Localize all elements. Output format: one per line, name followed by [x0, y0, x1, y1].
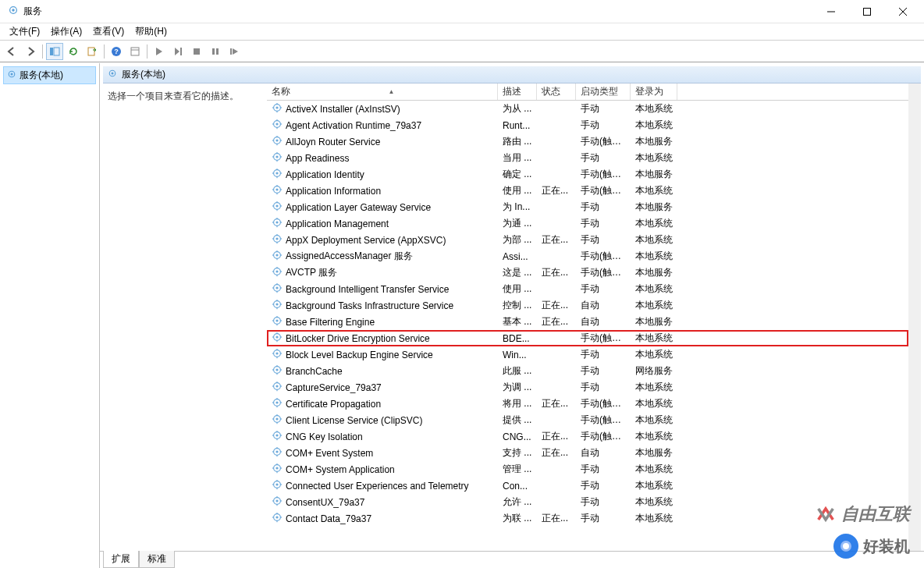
- column-state[interactable]: 状态: [537, 83, 576, 100]
- svg-point-131: [275, 401, 278, 403]
- cell-name: COM+ Event System: [267, 446, 498, 460]
- tree-node-services-local[interactable]: 服务(本地): [3, 66, 96, 84]
- cell-logon: 本地系统: [631, 381, 677, 394]
- svg-rect-17: [230, 48, 232, 55]
- start-service-button[interactable]: [151, 43, 168, 60]
- show-hide-tree-button[interactable]: [46, 43, 63, 60]
- services-rows[interactable]: ActiveX Installer (AxInstSV)为从 ...手动本地系统…: [267, 101, 908, 551]
- service-name: Application Management: [286, 218, 389, 229]
- gear-icon: [272, 233, 283, 247]
- gear-icon: [272, 119, 283, 132]
- table-row[interactable]: Application Management为通 ...手动本地系统: [267, 215, 908, 232]
- window-title: 服务: [23, 5, 42, 18]
- table-row[interactable]: ActiveX Installer (AxInstSV)为从 ...手动本地系统: [267, 101, 908, 117]
- table-row[interactable]: BranchCache此服 ...手动网络服务: [267, 363, 908, 379]
- table-row[interactable]: BitLocker Drive Encryption ServiceBDE...…: [267, 330, 908, 346]
- cell-startup: 手动: [576, 364, 631, 378]
- menu-file[interactable]: 文件(F): [5, 23, 44, 40]
- menu-help[interactable]: 帮助(H): [130, 23, 172, 40]
- table-row[interactable]: Background Tasks Infrastructure Service控…: [267, 297, 908, 314]
- cell-name: CaptureService_79a37: [267, 381, 498, 394]
- sort-asc-icon: ▲: [389, 88, 395, 95]
- cell-name: Application Layer Gateway Service: [267, 201, 498, 214]
- description-text: 选择一个项目来查看它的描述。: [108, 91, 239, 101]
- cell-logon: 本地服务: [631, 201, 677, 214]
- tree-pane[interactable]: 服务(本地): [0, 63, 100, 568]
- gear-icon: [272, 414, 283, 427]
- menu-action[interactable]: 操作(A): [46, 23, 87, 40]
- column-startup[interactable]: 启动类型: [576, 83, 631, 100]
- maximize-button[interactable]: [849, 0, 885, 23]
- forward-button[interactable]: [22, 43, 39, 60]
- service-name: Application Layer Gateway Service: [286, 202, 431, 213]
- table-row[interactable]: AllJoyn Router Service路由 ...手动(触发...本地服务: [267, 133, 908, 150]
- table-row[interactable]: COM+ System Application管理 ...手动本地系统: [267, 461, 908, 477]
- restart-service-button[interactable]: [226, 43, 243, 60]
- table-row[interactable]: ConsentUX_79a37允许 ...手动本地系统: [267, 494, 908, 510]
- close-button[interactable]: [885, 0, 921, 23]
- table-row[interactable]: Client License Service (ClipSVC)提供 ...手动…: [267, 412, 908, 428]
- table-row[interactable]: Application Layer Gateway Service为 In...…: [267, 199, 908, 215]
- table-row[interactable]: Block Level Backup Engine ServiceWin...手…: [267, 346, 908, 363]
- column-desc[interactable]: 描述: [498, 83, 537, 100]
- svg-rect-7: [54, 48, 59, 55]
- gear-icon: [272, 332, 283, 345]
- cell-startup: 自动: [576, 315, 631, 328]
- table-row[interactable]: CNG Key IsolationCNG...正在...手动(触发...本地系统: [267, 428, 908, 445]
- gear-icon: [272, 282, 283, 296]
- cell-desc: 基本 ...: [498, 315, 537, 328]
- table-row[interactable]: Agent Activation Runtime_79a37Runt...手动本…: [267, 117, 908, 133]
- cell-startup: 自动: [576, 446, 631, 460]
- cell-desc: Assi...: [498, 251, 537, 262]
- cell-logon: 本地系统: [631, 299, 677, 312]
- title-bar: 服务: [0, 0, 924, 23]
- menu-view[interactable]: 查看(V): [88, 23, 129, 40]
- cell-name: COM+ System Application: [267, 463, 498, 476]
- cell-name: Certificate Propagation: [267, 397, 498, 410]
- services-list[interactable]: 名称 ▲ 描述 状态 启动类型 登录为 ActiveX Installer (A…: [267, 83, 908, 551]
- table-row[interactable]: Base Filtering Engine基本 ...正在...自动本地服务: [267, 314, 908, 330]
- column-header[interactable]: 名称 ▲ 描述 状态 启动类型 登录为: [267, 83, 908, 101]
- pause-service-button[interactable]: [207, 43, 224, 60]
- table-row[interactable]: AVCTP 服务这是 ...正在...手动(触发...本地服务: [267, 264, 908, 281]
- table-row[interactable]: Connected User Experiences and Telemetry…: [267, 477, 908, 494]
- gear-icon: [7, 69, 16, 81]
- quick-start-button[interactable]: [169, 43, 187, 60]
- table-row[interactable]: CaptureService_79a37为调 ...手动本地系统: [267, 379, 908, 396]
- cell-name: AssignedAccessManager 服务: [267, 250, 498, 263]
- table-row[interactable]: AppX Deployment Service (AppXSVC)为部 ...正…: [267, 232, 908, 248]
- help-button[interactable]: ?: [108, 43, 125, 60]
- back-button[interactable]: [3, 43, 20, 60]
- cell-logon: 本地系统: [631, 102, 677, 115]
- table-row[interactable]: App Readiness当用 ...手动本地系统: [267, 150, 908, 166]
- table-row[interactable]: Application Identity确定 ...手动(触发...本地服务: [267, 166, 908, 183]
- table-row[interactable]: Certificate Propagation将用 ...正在...手动(触发.…: [267, 396, 908, 412]
- vertical-scrollbar[interactable]: [908, 83, 921, 551]
- cell-desc: Runt...: [498, 120, 537, 131]
- minimize-button[interactable]: [813, 0, 849, 23]
- table-row[interactable]: Application Information使用 ...正在...手动(触发.…: [267, 183, 908, 199]
- svg-point-113: [275, 352, 278, 354]
- export-button[interactable]: [84, 43, 101, 60]
- svg-point-35: [275, 139, 278, 141]
- table-row[interactable]: Background Intelligent Transfer Service使…: [267, 281, 908, 297]
- column-logon[interactable]: 登录为: [631, 83, 677, 100]
- service-name: ConsentUX_79a37: [286, 497, 364, 508]
- cell-desc: Win...: [498, 350, 537, 360]
- table-row[interactable]: Contact Data_79a37为联 ...正在...手动本地系统: [267, 510, 908, 527]
- cell-startup: 手动: [576, 479, 631, 492]
- refresh-button[interactable]: [65, 43, 82, 60]
- tab-extended[interactable]: 扩展: [103, 551, 139, 568]
- cell-logon: 网络服务: [631, 364, 677, 378]
- stop-service-button[interactable]: [188, 43, 205, 60]
- cell-name: Background Intelligent Transfer Service: [267, 282, 498, 296]
- svg-point-1: [12, 9, 15, 12]
- properties-button[interactable]: [126, 43, 144, 60]
- table-row[interactable]: AssignedAccessManager 服务Assi...手动(触发...本…: [267, 248, 908, 264]
- gear-icon: [272, 184, 283, 197]
- column-name[interactable]: 名称 ▲: [267, 83, 498, 100]
- tab-standard[interactable]: 标准: [139, 551, 175, 568]
- svg-point-161: [275, 483, 278, 485]
- table-row[interactable]: COM+ Event System支持 ...正在...自动本地服务: [267, 445, 908, 461]
- cell-desc: 管理 ...: [498, 463, 537, 476]
